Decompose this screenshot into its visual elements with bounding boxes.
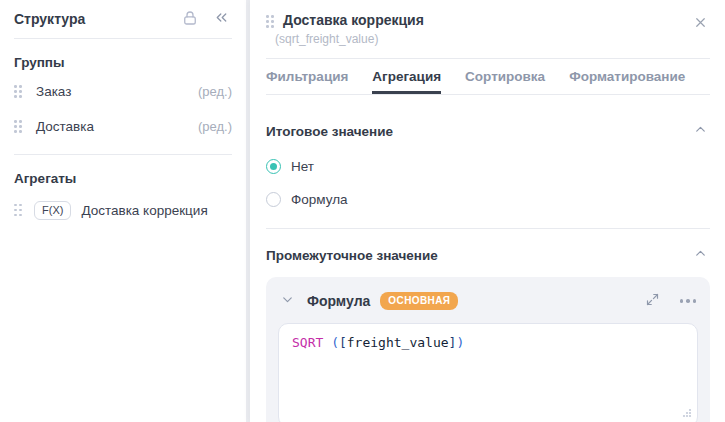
panel-header: Доставка коррекция (sqrt_freight_value) xyxy=(266,0,710,46)
structure-sidebar: Структура Группы Заказ (ред.) Доставка (… xyxy=(0,0,246,422)
code-paren-close: ) xyxy=(456,335,464,350)
drag-handle-icon[interactable] xyxy=(14,204,22,217)
group-item-label: Заказ xyxy=(36,84,71,99)
code-line: SQRT ([freight_value]) xyxy=(292,335,464,350)
groups-section-heading: Группы xyxy=(14,55,232,70)
aggregates-section-heading: Агрегаты xyxy=(14,171,232,186)
code-paren-open: ( xyxy=(323,335,339,350)
group-item-dostavka[interactable]: Доставка (ред.) xyxy=(14,109,232,144)
chevron-up-icon xyxy=(693,122,708,140)
close-panel-button[interactable] xyxy=(691,13,710,35)
edit-hint-link[interactable]: (ред.) xyxy=(198,84,232,99)
radio-icon[interactable] xyxy=(266,192,281,207)
panel-subtitle: (sqrt_freight_value) xyxy=(275,32,424,46)
collapse-sidebar-button[interactable] xyxy=(211,7,232,31)
radio-option-none[interactable]: Нет xyxy=(266,158,710,174)
close-icon xyxy=(693,15,708,33)
tab-formatting[interactable]: Форматирование xyxy=(569,69,685,94)
total-value-options: Нет Формула xyxy=(266,158,710,207)
formula-card-actions xyxy=(643,290,699,312)
drag-handle-icon[interactable] xyxy=(266,15,274,28)
collapse-section-button[interactable] xyxy=(691,244,710,266)
double-chevron-left-icon xyxy=(213,9,230,29)
drag-handle-icon[interactable] xyxy=(14,120,22,133)
formula-fx-badge: F(X) xyxy=(34,201,71,220)
radio-label: Формула xyxy=(291,192,348,207)
sidebar-divider xyxy=(14,154,232,155)
edit-hint-link[interactable]: (ред.) xyxy=(198,119,232,134)
tab-aggregation[interactable]: Агрегация xyxy=(372,69,441,94)
formula-card: Формула ОСНОВНАЯ SQRT ([freight_value]) xyxy=(266,277,710,422)
lock-icon xyxy=(181,9,199,30)
panel-titles: Доставка коррекция (sqrt_freight_value) xyxy=(283,12,424,46)
chevron-up-icon xyxy=(693,246,708,264)
code-field-name: freight_value xyxy=(347,335,449,350)
sidebar-header: Структура xyxy=(14,0,232,38)
formula-card-title: Формула xyxy=(307,293,370,309)
chevron-down-icon xyxy=(280,292,295,310)
panel-title: Доставка коррекция xyxy=(283,12,424,28)
section-title: Итоговое значение xyxy=(266,124,691,139)
lock-button[interactable] xyxy=(179,7,201,32)
settings-tabs: Фильтрация Агрегация Сортировка Форматир… xyxy=(266,59,710,95)
formula-code-editor[interactable]: SQRT ([freight_value]) xyxy=(278,323,698,422)
radio-label: Нет xyxy=(291,159,314,174)
radio-icon[interactable] xyxy=(266,159,281,174)
drag-handle-icon[interactable] xyxy=(14,85,22,98)
radio-option-formula[interactable]: Формула xyxy=(266,191,710,207)
code-keyword: SQRT xyxy=(292,335,323,350)
code-bracket-open: [ xyxy=(339,335,347,350)
expand-formula-button[interactable] xyxy=(643,290,662,312)
more-options-icon[interactable] xyxy=(678,295,699,307)
group-item-label: Доставка xyxy=(36,119,94,134)
collapse-formula-button[interactable] xyxy=(278,290,297,312)
total-value-section-heading: Итоговое значение xyxy=(266,120,710,142)
sidebar-title: Структура xyxy=(14,11,179,27)
aggregate-settings-panel: Доставка коррекция (sqrt_freight_value) … xyxy=(250,0,725,422)
tab-filtering[interactable]: Фильтрация xyxy=(266,69,348,94)
main-formula-badge: ОСНОВНАЯ xyxy=(380,292,458,310)
section-divider xyxy=(266,228,710,229)
expand-icon xyxy=(645,292,660,310)
aggregate-item-label: Доставка коррекция xyxy=(81,203,207,218)
tab-sorting[interactable]: Сортировка xyxy=(465,69,545,94)
group-item-zakaz[interactable]: Заказ (ред.) xyxy=(14,74,232,109)
sidebar-divider xyxy=(14,38,232,39)
formula-card-header: Формула ОСНОВНАЯ xyxy=(278,286,698,316)
app-window: Структура Группы Заказ (ред.) Доставка (… xyxy=(0,0,725,422)
intermediate-value-section-heading: Промежуточное значение xyxy=(266,244,710,266)
section-title: Промежуточное значение xyxy=(266,248,691,263)
collapse-section-button[interactable] xyxy=(691,120,710,142)
aggregate-item[interactable]: F(X) Доставка коррекция xyxy=(14,190,232,230)
resize-handle-icon[interactable] xyxy=(682,406,692,421)
